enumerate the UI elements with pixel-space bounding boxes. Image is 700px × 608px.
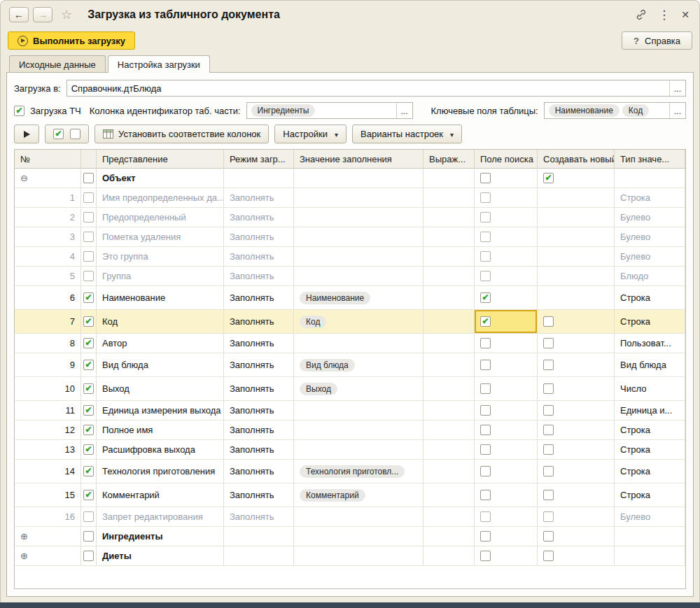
check-all-button[interactable] [53,129,64,139]
field-name-cell[interactable]: Это группа [97,247,224,267]
load-mode-cell[interactable]: Заполнять [224,420,294,440]
fill-value-cell[interactable] [294,227,424,247]
create-new-checkbox[interactable] [543,466,554,476]
expression-cell[interactable] [424,377,475,401]
create-new-checkbox[interactable] [543,444,554,455]
fill-value-cell[interactable]: Технология приготовл... [294,460,424,483]
load-mode-cell[interactable] [224,169,294,188]
table-row[interactable]: 7КодЗаполнятьКодСтрока [15,310,685,334]
fill-value-cell[interactable] [294,546,424,566]
create-new-cell[interactable] [538,208,615,227]
search-field-cell[interactable] [475,286,538,310]
tab-load-settings[interactable]: Настройка загрузки [108,55,210,73]
search-field-checkbox[interactable] [480,251,491,262]
collapse-icon[interactable]: ⊖ [20,173,28,183]
field-name-cell[interactable]: Ингредиенты [97,527,224,546]
fill-value-cell[interactable] [294,169,424,188]
create-new-cell[interactable] [538,227,615,247]
load-mode-cell[interactable]: Заполнять [224,377,294,401]
load-mode-cell[interactable] [224,546,294,566]
row-include-checkbox[interactable] [83,338,94,348]
table-row[interactable]: 13Расшифровка выходаЗаполнятьСтрока [15,440,685,460]
create-new-cell[interactable] [538,377,615,401]
load-mode-cell[interactable]: Заполнять [224,227,294,247]
search-field-checkbox[interactable] [480,551,491,561]
table-row[interactable]: ⊖Объект [15,169,685,188]
more-menu-icon[interactable]: ⋮ [658,8,670,22]
load-target-choose-button[interactable]: ... [669,80,685,96]
load-mode-cell[interactable]: Заполнять [224,267,294,286]
search-field-checkbox[interactable] [480,316,491,327]
expression-cell[interactable] [424,310,475,334]
row-include-checkbox[interactable] [83,292,94,303]
load-mode-cell[interactable]: Заполнять [224,353,294,377]
expand-icon[interactable]: ⊕ [20,551,28,561]
table-row[interactable]: 9Вид блюдаЗаполнятьВид блюдаВид блюда [15,353,685,377]
expression-cell[interactable] [424,169,475,188]
load-mode-cell[interactable]: Заполнять [224,334,294,353]
create-new-cell[interactable] [538,440,615,460]
expression-cell[interactable] [424,247,475,267]
settings-dropdown-button[interactable]: Настройки [274,125,346,143]
row-include-checkbox[interactable] [83,425,94,435]
search-field-cell[interactable] [475,546,538,566]
create-new-cell[interactable] [538,334,615,353]
create-new-checkbox[interactable] [543,338,554,348]
table-row[interactable]: 2ПредопределенныйЗаполнятьБулево [15,208,685,227]
search-field-cell[interactable] [475,353,538,377]
expression-cell[interactable] [424,527,475,546]
create-new-cell[interactable] [538,420,615,440]
load-mode-cell[interactable]: Заполнять [224,247,294,267]
field-name-cell[interactable]: Диеты [97,546,224,566]
load-mode-cell[interactable]: Заполнять [224,440,294,460]
row-include-checkbox[interactable] [83,531,94,542]
create-new-checkbox[interactable] [543,531,554,542]
expression-cell[interactable] [424,401,475,420]
key-fields-choose-button[interactable]: ... [669,103,685,118]
field-name-cell[interactable]: Наименование [97,286,224,310]
search-field-checkbox[interactable] [480,425,491,435]
field-name-cell[interactable]: Пометка удаления [97,227,224,247]
expression-cell[interactable] [424,483,475,507]
search-field-cell[interactable] [475,507,538,527]
fill-value-cell[interactable]: Наименование [294,286,424,310]
search-field-cell[interactable] [475,527,538,546]
row-include-checkbox[interactable] [83,511,94,522]
column-header[interactable]: Представление [97,150,224,169]
search-field-cell[interactable] [475,188,538,208]
field-name-cell[interactable]: Группа [97,267,224,286]
search-field-cell[interactable] [475,227,538,247]
column-header[interactable]: Режим загр... [224,150,294,169]
id-column-choose-button[interactable]: ... [396,103,412,118]
expression-cell[interactable] [424,286,475,310]
row-include-checkbox[interactable] [83,551,94,561]
expression-cell[interactable] [424,546,475,566]
row-include-checkbox[interactable] [83,405,94,416]
fill-value-cell[interactable] [294,527,424,546]
field-name-cell[interactable]: Технология приготовления [97,460,224,483]
search-field-cell[interactable] [475,483,538,507]
expression-cell[interactable] [424,440,475,460]
search-field-cell[interactable] [475,401,538,420]
create-new-cell[interactable] [538,169,615,188]
field-name-cell[interactable]: Единица измерения выхода [97,401,224,420]
fill-value-cell[interactable] [294,208,424,227]
load-mode-cell[interactable]: Заполнять [224,401,294,420]
field-name-cell[interactable]: Код [97,310,224,334]
column-header[interactable] [81,150,97,169]
load-tabular-checkbox[interactable] [14,106,24,116]
row-include-checkbox[interactable] [83,251,94,262]
search-field-checkbox[interactable] [480,383,491,394]
map-columns-button[interactable]: Установить соответствие колонок [94,125,269,143]
row-include-checkbox[interactable] [83,271,94,281]
search-field-checkbox[interactable] [480,292,491,303]
search-field-cell[interactable] [475,460,538,483]
table-row[interactable]: 14Технология приготовленияЗаполнятьТехно… [15,460,685,483]
settings-variants-dropdown-button[interactable]: Варианты настроек [352,125,462,143]
row-include-checkbox[interactable] [83,383,94,394]
create-new-checkbox[interactable] [543,316,554,327]
table-row[interactable]: 15КомментарийЗаполнятьКомментарийСтрока [15,483,685,507]
create-new-checkbox[interactable] [543,490,554,500]
create-new-cell[interactable] [538,286,615,310]
forward-button[interactable]: → [33,7,52,22]
